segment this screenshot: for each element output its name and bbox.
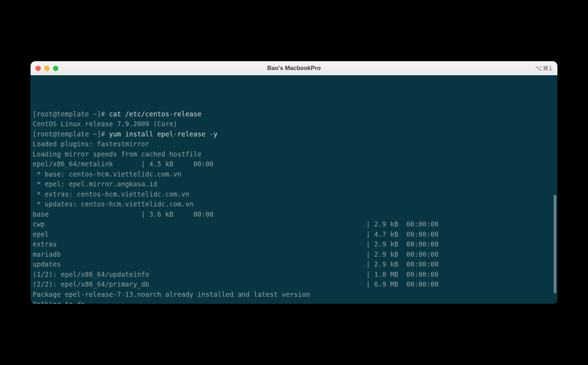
terminal-output-line: Loading mirror speeds from cached hostfi…	[33, 149, 555, 159]
scrollbar-thumb[interactable]	[554, 195, 556, 293]
terminal-output-line: * extras: centos-hcm.viettelidc.com.vn	[33, 189, 555, 199]
close-button[interactable]	[35, 66, 41, 71]
terminal-output-line: Package epel-release-7-13.noarch already…	[33, 289, 555, 300]
shell-command: cat /etc/centos-release	[109, 110, 201, 118]
tab-indicator: ⌥⌘1	[535, 65, 553, 72]
shell-output: base | 3.6 kB 00:00	[33, 210, 214, 218]
shell-prompt: [root@template ~]#	[33, 110, 109, 118]
shell-output: * epel: epel.mirror.angkasa.id	[33, 180, 157, 188]
terminal-output-line: * base: centos-hcm.viettelidc.com.vn	[33, 169, 555, 179]
terminal-output-line: epel | 4.7 kB 00:00:00	[33, 229, 555, 239]
terminal-output-line: cwp | 2.9 kB 00:00:00	[33, 219, 555, 229]
shell-output: * updates: centos-hcm.viettelidc.com.vn	[33, 200, 194, 208]
shell-output: Loaded plugins: fastestmirror	[33, 140, 149, 148]
terminal-output-line: mariadb | 2.9 kB 00:00:00	[33, 249, 555, 260]
shell-output: updates | 2.9 kB 00:00:00	[33, 260, 438, 268]
shell-prompt: [root@template ~]#	[33, 130, 109, 138]
titlebar: Bao's MacbookPro ⌥⌘1	[31, 61, 557, 75]
shell-output: (2/2): epel/x86_64/primary_db | 6.9 MB 0…	[33, 280, 438, 288]
terminal-output-line: updates | 2.9 kB 00:00:00	[33, 259, 555, 269]
terminal-output-line: Loaded plugins: fastestmirror	[33, 139, 555, 149]
terminal-output-line: Nothing to do	[33, 299, 555, 304]
shell-output: CentOS Linux release 7.9.2009 (Core)	[33, 120, 177, 128]
terminal-output-line: (1/2): epel/x86_64/updateinfo | 1.0 MB 0…	[33, 269, 555, 280]
terminal-command-line: [root@template ~]# cat /etc/centos-relea…	[33, 109, 555, 119]
minimize-button[interactable]	[44, 66, 50, 71]
terminal-window: Bao's MacbookPro ⌥⌘1 [root@template ~]# …	[31, 61, 557, 304]
shell-output: (1/2): epel/x86_64/updateinfo | 1.0 MB 0…	[33, 270, 438, 278]
shell-output: epel | 4.7 kB 00:00:00	[33, 230, 438, 238]
shell-output: epel/x86_64/metalink | 4.5 kB 00:00	[33, 160, 214, 168]
shell-output: mariadb | 2.9 kB 00:00:00	[33, 250, 438, 258]
zoom-button[interactable]	[53, 66, 58, 71]
shell-output: * extras: centos-hcm.viettelidc.com.vn	[33, 190, 189, 198]
terminal-viewport[interactable]: [root@template ~]# cat /etc/centos-relea…	[31, 75, 557, 304]
shell-output: * base: centos-hcm.viettelidc.com.vn	[33, 170, 181, 178]
shell-output: Loading mirror speeds from cached hostfi…	[33, 150, 201, 158]
terminal-output-line: CentOS Linux release 7.9.2009 (Core)	[33, 119, 555, 129]
terminal-output-line: * epel: epel.mirror.angkasa.id	[33, 179, 555, 189]
shell-output: Nothing to do	[33, 300, 85, 304]
shell-output: extras | 2.9 kB 00:00:00	[33, 240, 438, 248]
terminal-output-line: base | 3.6 kB 00:00	[33, 209, 555, 219]
shell-command: yum install epel-release -y	[109, 130, 217, 138]
shell-output: cwp | 2.9 kB 00:00:00	[33, 220, 438, 228]
terminal-output-line: * updates: centos-hcm.viettelidc.com.vn	[33, 199, 555, 209]
terminal-output-line: extras | 2.9 kB 00:00:00	[33, 239, 555, 249]
terminal-output-line: epel/x86_64/metalink | 4.5 kB 00:00	[33, 159, 555, 169]
shell-output: Package epel-release-7-13.noarch already…	[33, 290, 310, 298]
traffic-lights	[35, 66, 58, 71]
terminal-output-line: (2/2): epel/x86_64/primary_db | 6.9 MB 0…	[33, 279, 555, 289]
terminal-command-line: [root@template ~]# yum install epel-rele…	[33, 129, 555, 139]
window-title: Bao's MacbookPro	[31, 65, 557, 72]
